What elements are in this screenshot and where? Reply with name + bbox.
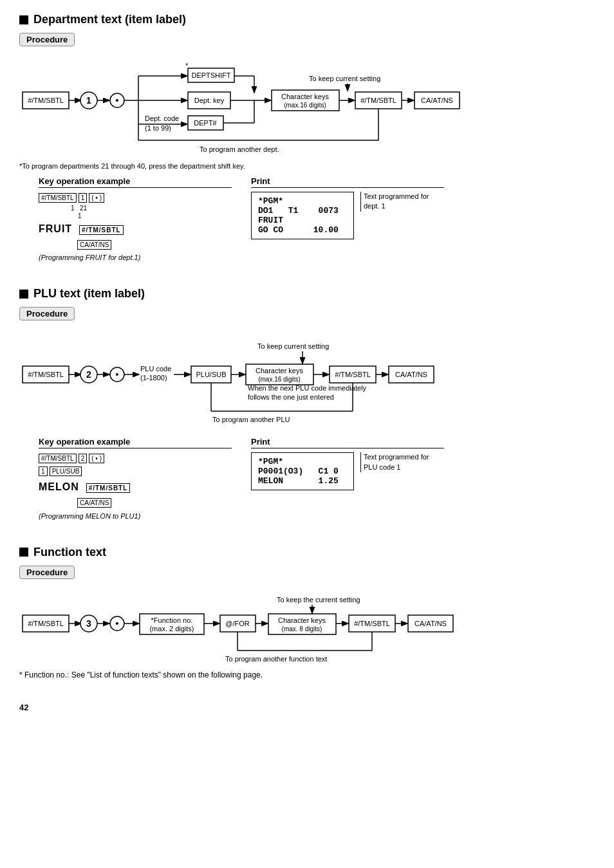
svg-text:(1-1800): (1-1800) [140, 374, 167, 382]
dept-key-op-caption: (Programming FRUIT for dept.1) [39, 254, 232, 261]
svg-text:#/TM/SBTL: #/TM/SBTL [28, 371, 64, 378]
svg-text:•: • [115, 369, 118, 380]
svg-text:To program another dept.: To program another dept. [200, 145, 279, 153]
svg-text:(max. 2 digits): (max. 2 digits) [149, 625, 194, 633]
plu-print-line2: P0001(O3) C1 0 [258, 466, 347, 476]
svg-text:CA/AT/NS: CA/AT/NS [414, 620, 447, 627]
key-htmsbtl-2: #/TM/SBTL [79, 225, 124, 235]
svg-text:•: • [115, 95, 118, 106]
svg-text:Character keys: Character keys [281, 93, 329, 100]
svg-text:2: 2 [86, 369, 91, 380]
plu-key-op-caption: (Programming MELON to PLU1) [39, 512, 232, 520]
dept-print-line1: *PGM* [258, 196, 347, 206]
svg-text:CA/AT/NS: CA/AT/NS [421, 97, 453, 104]
svg-text:PLU/SUB: PLU/SUB [196, 371, 226, 378]
svg-text:3: 3 [86, 618, 91, 629]
key-htmsbtl-1: #/TM/SBTL [39, 193, 77, 203]
svg-text:(max. 8 digits): (max. 8 digits) [282, 625, 322, 633]
dept-print-line3: FRUIT [258, 216, 347, 225]
flow-diagram-dept: #/TM/SBTL 1 • * [19, 57, 595, 160]
section-plu-text: PLU text (item label) Procedure #/TM/SBT… [19, 287, 595, 522]
key-caatns: CA/AT/NS [77, 240, 111, 250]
plu-print-box: Print *PGM* P0001(O3) C1 0 MELON 1.25 Te… [251, 437, 444, 522]
key-caatns-plu: CA/AT/NS [77, 498, 111, 508]
key-1-plu: 1 [39, 466, 48, 476]
key-1: 1 [79, 193, 88, 203]
dept-flow-svg: #/TM/SBTL 1 • * [19, 57, 579, 160]
plu-print-line3: MELON 1.25 [258, 476, 347, 486]
dept-examples: Key operation example #/TM/SBTL 1 ( • ) … [39, 176, 595, 264]
plu-key-op-title: Key operation example [39, 437, 232, 448]
svg-text:To keep current setting: To keep current setting [309, 75, 380, 82]
plu-key-op-box: Key operation example #/TM/SBTL 2 ( • ) … [39, 437, 232, 522]
svg-text:PLU code: PLU code [140, 365, 171, 373]
svg-text:follows the one just entered: follows the one just entered [248, 393, 334, 401]
svg-text:DEPT#: DEPT# [194, 119, 217, 127]
procedure-badge-plu: Procedure [19, 307, 75, 320]
plu-flow-svg: #/TM/SBTL 2 • PLU code (1-1800) PLU/SUB … [19, 331, 579, 430]
svg-text:To program another PLU: To program another PLU [212, 416, 290, 423]
dept-footnote: *To program departments 21 through 40, p… [19, 162, 595, 170]
plu-print-title: Print [251, 437, 444, 448]
dept-print-line4: GO CO 10.00 [258, 225, 347, 235]
func-flow-svg: #/TM/SBTL 3 • *Function no. (max. 2 digi… [19, 589, 579, 667]
black-square-icon [19, 15, 28, 24]
key-plusub: PLU/SUB [50, 466, 82, 476]
plu-print-note: Text programmed for PLU code 1 [360, 452, 444, 472]
dept-print-line2: DO1 T1 0073 [258, 206, 347, 216]
svg-text:(max.16 digits): (max.16 digits) [284, 102, 326, 109]
plu-examples: Key operation example #/TM/SBTL 2 ( • ) … [39, 437, 595, 522]
svg-text:Dept. key: Dept. key [194, 97, 225, 104]
svg-text:Dept. code: Dept. code [145, 115, 179, 122]
black-square-icon-plu [19, 290, 28, 299]
plu-print-content: *PGM* P0001(O3) C1 0 MELON 1.25 [251, 452, 354, 490]
svg-text:(max.16 digits): (max.16 digits) [258, 376, 301, 383]
svg-text:*Function no.: *Function no. [151, 616, 193, 624]
plu-print-line1: *PGM* [258, 457, 347, 466]
svg-text:Character keys: Character keys [278, 616, 326, 624]
svg-text:@/FOR: @/FOR [225, 620, 249, 627]
dept-print-title: Print [251, 176, 444, 188]
svg-text:#/TM/SBTL: #/TM/SBTL [360, 97, 396, 104]
svg-text:To keep the current setting: To keep the current setting [277, 596, 360, 604]
dept-key-op-content: #/TM/SBTL 1 ( • ) 1 21 1 FRUIT #/TM/SBTL… [39, 192, 232, 251]
key-dot: ( • ) [89, 193, 104, 203]
plu-print-annotation: *PGM* P0001(O3) C1 0 MELON 1.25 Text pro… [251, 452, 444, 490]
procedure-badge-dept: Procedure [19, 33, 75, 46]
svg-text:CA/AT/NS: CA/AT/NS [395, 371, 427, 378]
svg-text:To keep current setting: To keep current setting [257, 342, 329, 350]
section-title-plu: PLU text (item label) [19, 287, 595, 300]
svg-text:Character keys: Character keys [256, 367, 303, 374]
svg-text:1: 1 [86, 95, 91, 106]
svg-text:When the next PLU code immedia: When the next PLU code immediately [248, 384, 367, 392]
svg-text:DEPTSHIFT: DEPTSHIFT [191, 71, 230, 79]
svg-text:#/TM/SBTL: #/TM/SBTL [335, 371, 371, 378]
svg-text:•: • [115, 618, 118, 629]
dept-print-box: Print *PGM* DO1 T1 0073 FRUIT GO CO 10.0… [251, 176, 444, 264]
dept-key-op-title: Key operation example [39, 176, 232, 188]
function-footnote: * Function no.: See "List of function te… [19, 670, 595, 679]
section-function-text: Function text Procedure #/TM/SBTL 3 • [19, 546, 595, 679]
key-htmsbtl-plu1: #/TM/SBTL [39, 454, 77, 463]
dept-print-annotation: *PGM* DO1 T1 0073 FRUIT GO CO 10.00 Text… [251, 192, 444, 239]
section-title-dept: Department text (item label) [19, 13, 595, 26]
section-dept-text: Department text (item label) Procedure #… [19, 13, 595, 264]
svg-text:#/TM/SBTL: #/TM/SBTL [28, 620, 64, 627]
section-title-function: Function text [19, 546, 595, 559]
svg-text:To program another function te: To program another function text [225, 655, 327, 663]
dept-print-note: Text programmed for dept. 1 [360, 192, 444, 212]
flow-diagram-plu: #/TM/SBTL 2 • PLU code (1-1800) PLU/SUB … [19, 331, 595, 430]
plu-key-op-content: #/TM/SBTL 2 ( • ) 1 PLU/SUB MELON #/TM/S… [39, 452, 232, 509]
key-dot-plu: ( • ) [89, 454, 104, 463]
svg-text:#/TM/SBTL: #/TM/SBTL [354, 620, 390, 627]
procedure-badge-func: Procedure [19, 566, 75, 579]
key-2: 2 [79, 454, 88, 463]
svg-text:(1 to 99): (1 to 99) [145, 124, 171, 132]
dept-key-op-box: Key operation example #/TM/SBTL 1 ( • ) … [39, 176, 232, 264]
key-htmsbtl-plu2: #/TM/SBTL [86, 483, 131, 493]
dept-print-content: *PGM* DO1 T1 0073 FRUIT GO CO 10.00 [251, 192, 354, 239]
black-square-icon-func [19, 548, 28, 557]
page-number: 42 [19, 703, 595, 712]
svg-text:#/TM/SBTL: #/TM/SBTL [28, 97, 64, 104]
flow-diagram-func: #/TM/SBTL 3 • *Function no. (max. 2 digi… [19, 589, 595, 667]
